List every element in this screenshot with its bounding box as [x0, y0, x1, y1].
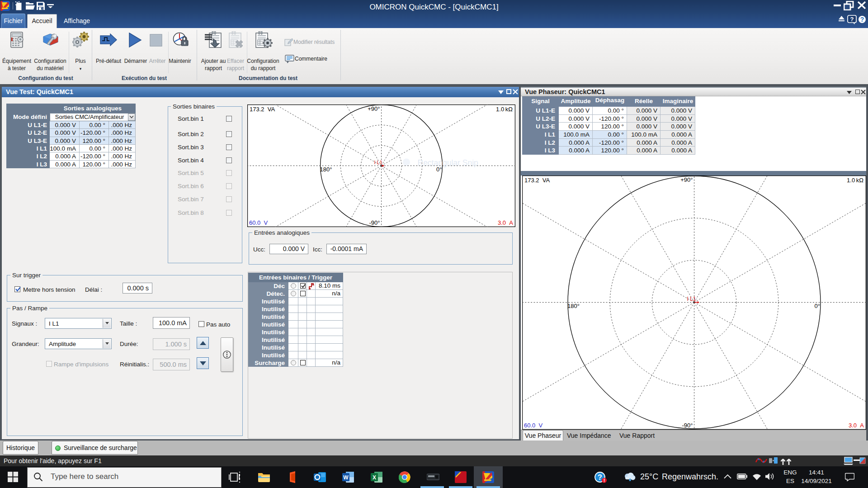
svg-text:X: X	[373, 474, 376, 481]
svg-text:+90°: +90°	[680, 176, 693, 183]
svg-text:?: ?	[850, 16, 854, 23]
svg-text:180°: 180°	[567, 303, 580, 309]
svg-text:Rectangular Snip: Rectangular Snip	[418, 158, 478, 167]
svg-text:180°: 180°	[320, 166, 332, 173]
svg-text:I L1: I L1	[687, 296, 696, 302]
svg-text:?: ?	[860, 16, 864, 23]
svg-text:60.0 V: 60.0 V	[249, 219, 268, 226]
svg-text:173.2 VA: 173.2 VA	[250, 106, 275, 113]
svg-text:1.0 kΩ: 1.0 kΩ	[847, 177, 863, 184]
svg-text:-90°: -90°	[369, 219, 380, 226]
svg-text:3.0 A: 3.0 A	[498, 219, 513, 226]
svg-text:W: W	[343, 474, 349, 481]
svg-text:0°: 0°	[436, 166, 442, 173]
svg-text:I L1: I L1	[374, 160, 382, 165]
svg-text:?: ?	[598, 474, 602, 481]
svg-text:3.0 A: 3.0 A	[849, 422, 864, 429]
svg-text:173.2 VA: 173.2 VA	[524, 177, 550, 184]
svg-text:-90°: -90°	[682, 422, 693, 429]
svg-text:1.0 kΩ: 1.0 kΩ	[496, 106, 513, 113]
svg-text:+90°: +90°	[368, 105, 380, 112]
svg-text:60.0 V: 60.0 V	[524, 422, 543, 429]
svg-text:0°: 0°	[815, 303, 820, 309]
